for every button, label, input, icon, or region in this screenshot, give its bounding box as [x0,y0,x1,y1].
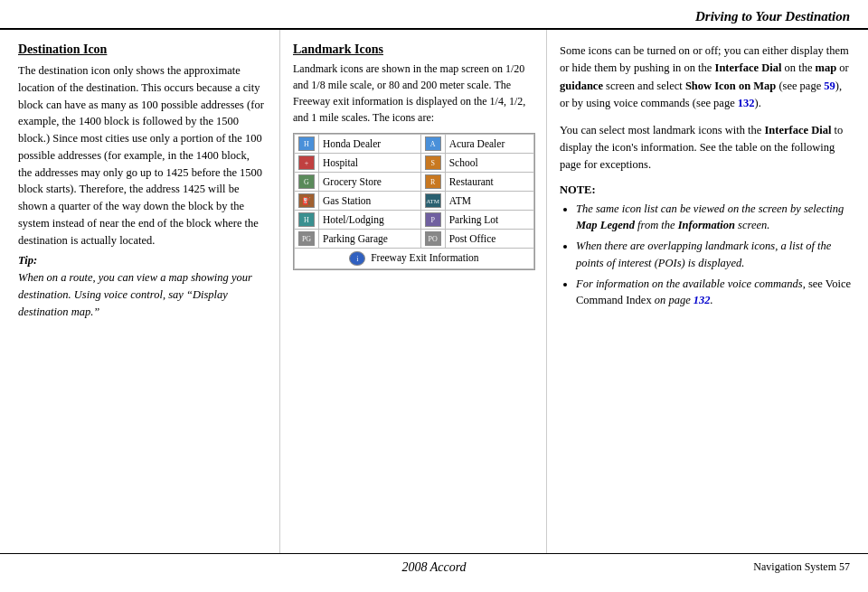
map-bold: map [816,61,837,74]
acura-icon-cell: A [420,135,445,154]
hotel-icon: H [298,212,315,227]
note2-text: When there are overlapping landmark icon… [576,240,831,269]
content-area: Destination Icon The destination icon on… [0,30,868,553]
gas-station-label: Gas Station [319,192,421,211]
parking-lot-icon-cell: P [420,211,445,230]
hotel-icon-cell: H [295,211,319,230]
table-row: G Grocery Store R Restaurant [295,173,534,192]
footer-right: Navigation System 57 [753,560,850,574]
page-59-link[interactable]: 59 [824,80,835,92]
hospital-icon-cell: + [295,154,319,173]
atm-label: ATM [445,192,533,211]
restaurant-icon-cell: R [420,173,445,192]
honda-dealer-icon: H [298,136,315,151]
freeway-exit-icon: i [349,251,365,266]
grocery-store-label: Grocery Store [319,173,421,192]
table-row: H Honda Dealer A Acura Dealer [295,135,534,154]
footer-center: 2008 Accord [401,560,466,575]
page-132-link2[interactable]: 132 [693,294,711,306]
left-column: Destination Icon The destination icon on… [0,30,280,553]
landmark-icons-title: Landmark Icons [293,42,535,57]
page-header: Driving to Your Destination [0,0,868,30]
show-icon-bold: Show Icon on Map [685,80,776,92]
page-footer: 2008 Accord Navigation System 57 [0,553,868,580]
list-item: The same icon list can be viewed on the … [576,201,854,235]
gas-icon-cell: ⛽ [295,192,319,211]
table-row: + Hospital S School [295,154,534,173]
note3-text: For information on the available voice c… [576,277,808,290]
parking-garage-icon-cell: PG [295,230,319,249]
tip-body: When on a route, you can view a map show… [18,269,265,320]
right-para2: You can select most landmark icons with … [560,122,854,174]
tip-label: Tip: [18,254,265,268]
parking-lot-icon: P [425,212,441,227]
honda-icon-cell: H [295,135,319,154]
note1-screen: screen. [735,219,769,231]
acura-dealer-label: Acura Dealer [445,135,533,154]
list-item: When there are overlapping landmark icon… [576,238,854,272]
post-office-icon: PO [425,231,441,246]
page-132-link1[interactable]: 132 [738,97,755,109]
guidance-bold: guidance [560,80,603,92]
school-label: School [445,154,533,173]
note-list: The same icon list can be viewed on the … [560,201,854,310]
freeway-exit-cell: i Freeway Exit Information [295,249,534,269]
note1-map-legend: Map Legend [576,219,635,231]
atm-icon: ATM [425,193,441,208]
note1-text: The same icon list can be viewed on the … [576,202,844,215]
table-row: H Hotel/Lodging P Parking Lot [295,211,534,230]
hospital-icon: + [298,155,315,170]
hotel-label: Hotel/Lodging [319,211,421,230]
gas-station-icon: ⛽ [298,193,315,208]
parking-garage-icon: PG [298,231,315,246]
grocery-store-icon: G [298,174,315,189]
destination-icon-body: The destination icon only shows the appr… [18,62,265,249]
right-column: Some icons can be turned on or off; you … [547,30,868,553]
grocery-icon-cell: G [295,173,319,192]
landmark-icons-intro: Landmark icons are shown in the map scre… [293,61,535,126]
freeway-exit-label: Freeway Exit Information [371,252,478,263]
note1-from: from the [635,219,678,231]
parking-lot-label: Parking Lot [445,211,533,230]
interface-dial-bold2: Interface Dial [764,124,831,136]
landmark-table: H Honda Dealer A Acura Dealer + Hospit [293,133,535,270]
parking-garage-label: Parking Garage [319,230,421,249]
school-icon: S [425,155,441,170]
table-row: PG Parking Garage PO Post Office [295,230,534,249]
restaurant-icon: R [425,174,441,189]
restaurant-label: Restaurant [445,173,533,192]
honda-dealer-label: Honda Dealer [319,135,421,154]
atm-icon-cell: ATM [420,192,445,211]
list-item: For information on the available voice c… [576,276,854,310]
right-para1: Some icons can be turned on or off; you … [560,42,854,113]
table-row: ⛽ Gas Station ATM ATM [295,192,534,211]
note3-period: . [711,294,713,306]
note1-information: Information [678,219,735,231]
note3-on-page: on page [655,294,693,306]
note-title: NOTE: [560,183,854,197]
interface-dial-bold1: Interface Dial [715,61,782,74]
destination-icon-title: Destination Icon [18,42,265,57]
middle-column: Landmark Icons Landmark icons are shown … [280,30,547,553]
header-title: Driving to Your Destination [695,9,850,23]
acura-dealer-icon: A [425,136,441,151]
hospital-label: Hospital [319,154,421,173]
post-office-label: Post Office [445,230,533,249]
school-icon-cell: S [420,154,445,173]
post-office-icon-cell: PO [420,230,445,249]
table-row: i Freeway Exit Information [295,249,534,269]
